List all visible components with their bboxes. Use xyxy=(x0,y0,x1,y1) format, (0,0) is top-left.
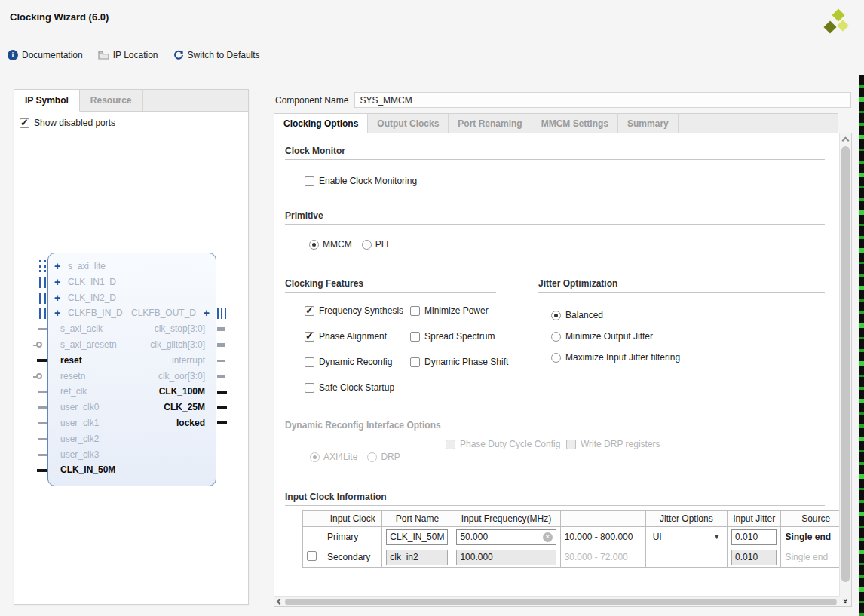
tab-resource[interactable]: Resource xyxy=(80,90,143,111)
primitive-mmcm-radio[interactable] xyxy=(309,240,319,250)
expand-plus-icon[interactable]: + xyxy=(54,274,60,290)
phase-duty-cycle-config-checkbox[interactable] xyxy=(446,440,455,449)
port-row: + CLKFB_IN_D CLKFB_OUT_D + xyxy=(48,305,216,321)
primary-input-jitter-input[interactable]: 0.010 xyxy=(731,529,777,545)
primary-jitter-options-dropdown[interactable]: UI ▼ xyxy=(650,529,723,545)
tab-output-clocks[interactable]: Output Clocks xyxy=(368,114,449,133)
horizontal-scroll-thumb[interactable] xyxy=(285,599,837,605)
port-clk-oor: clk_oor[3:0] xyxy=(158,369,205,385)
tab-mmcm-settings[interactable]: MMCM Settings xyxy=(532,114,618,133)
frequency-synthesis-checkbox[interactable] xyxy=(305,306,314,316)
info-circle-icon: i xyxy=(8,50,18,60)
clear-icon[interactable]: ✕ xyxy=(543,532,553,542)
documentation-link[interactable]: i Documentation xyxy=(8,50,83,60)
spread-spectrum-checkbox[interactable] xyxy=(410,332,420,342)
background-window-sliver xyxy=(859,75,864,616)
port-stub-icon xyxy=(217,375,225,378)
axi4lite-radio[interactable] xyxy=(310,452,320,462)
switch-to-defaults-button[interactable]: Switch to Defaults xyxy=(173,50,260,60)
minimize-power-checkbox[interactable] xyxy=(410,306,420,316)
col-input-jitter: Input Jitter xyxy=(728,511,781,527)
drp-radio[interactable] xyxy=(367,452,377,462)
page-title: Clocking Wizard (6.0) xyxy=(10,11,109,23)
port-clkfb-in-d: CLKFB_IN_D xyxy=(68,305,123,321)
secondary-input-jitter-value: 0.010 xyxy=(735,552,758,562)
port-clk-in2-d: CLK_IN2_D xyxy=(68,290,116,306)
port-stub-icon xyxy=(37,469,47,472)
col-select xyxy=(303,511,323,527)
phase-alignment-label: Phase Alignment xyxy=(319,331,387,342)
expand-plus-icon[interactable]: + xyxy=(54,305,60,321)
secondary-frequency-value: 100.000 xyxy=(460,552,492,562)
port-user-clk2: user_clk2 xyxy=(60,431,99,447)
phase-duty-cycle-config-label: Phase Duty Cycle Config xyxy=(460,439,560,449)
maximize-input-jitter-filtering-radio[interactable] xyxy=(551,353,561,363)
port-stub-icon xyxy=(38,328,47,330)
clocking-features-heading: Clocking Features xyxy=(285,278,363,289)
clk-bus-marker-icon xyxy=(39,293,46,304)
secondary-enable-checkbox[interactable] xyxy=(307,551,317,561)
port-clk-in1-d: CLK_IN1_D xyxy=(68,274,116,290)
vertical-scroll-thumb[interactable] xyxy=(841,146,850,582)
inverted-port-icon xyxy=(36,342,42,348)
port-stub-icon xyxy=(38,391,47,393)
ip-location-link[interactable]: IP Location xyxy=(98,50,158,60)
write-drp-registers-label: Write DRP registers xyxy=(581,439,660,449)
section-divider xyxy=(285,159,825,160)
col-range xyxy=(560,511,645,527)
expand-plus-icon[interactable]: + xyxy=(204,305,210,321)
dynamic-phase-shift-checkbox[interactable] xyxy=(410,357,420,367)
show-disabled-ports-label: Show disabled ports xyxy=(34,118,115,128)
primary-range-cell: 10.000 - 800.000 xyxy=(560,527,645,547)
clk-bus-marker-icon xyxy=(39,308,46,319)
port-stub-icon xyxy=(38,438,47,440)
port-stub-icon xyxy=(38,422,47,424)
primary-port-name-input[interactable]: CLK_IN_50M xyxy=(386,529,448,545)
input-clock-table: Input Clock Port Name Input Frequency(MH… xyxy=(302,510,851,568)
port-clkfb-out-d: CLKFB_OUT_D xyxy=(131,305,196,321)
phase-alignment-checkbox[interactable] xyxy=(305,332,314,342)
vertical-scrollbar[interactable] xyxy=(839,133,851,596)
component-name-input[interactable]: SYS_MMCM xyxy=(354,92,851,108)
horizontal-scrollbar[interactable] xyxy=(274,596,839,606)
primary-frequency-input[interactable]: 50.000 ✕ xyxy=(456,529,556,545)
port-row: + CLK_IN1_D xyxy=(48,274,216,290)
secondary-input-jitter-input: 0.010 xyxy=(731,550,777,565)
minimize-output-jitter-radio[interactable] xyxy=(551,332,561,342)
scroll-left-icon[interactable] xyxy=(277,599,283,605)
primary-select-cell xyxy=(303,527,323,547)
table-row-secondary: Secondary clk_in2 100.000 30.000 - 72.00… xyxy=(303,547,851,568)
primitive-pll-radio[interactable] xyxy=(362,240,372,250)
expand-plus-icon[interactable]: + xyxy=(54,290,60,306)
tab-clocking-options[interactable]: Clocking Options xyxy=(274,114,368,133)
dynamic-reconfig-checkbox[interactable] xyxy=(305,357,314,367)
port-clk-glitch: clk_glitch[3:0] xyxy=(150,337,205,353)
port-stub-icon xyxy=(217,391,227,394)
port-stub-icon xyxy=(217,327,225,331)
port-s-axi-aclk: s_axi_aclk xyxy=(60,321,103,337)
spread-spectrum-label: Spread Spectrum xyxy=(424,331,495,342)
expand-plus-icon[interactable]: + xyxy=(54,259,60,274)
section-divider xyxy=(285,505,825,506)
secondary-port-name-value: clk_in2 xyxy=(390,552,418,562)
balanced-radio[interactable] xyxy=(551,311,561,320)
primary-input-jitter-value: 0.010 xyxy=(735,532,758,542)
show-disabled-ports-checkbox[interactable] xyxy=(20,118,29,128)
section-divider xyxy=(538,292,825,293)
axi-bus-marker-icon xyxy=(39,260,46,272)
port-row: s_axi_aclk clk_stop[3:0] xyxy=(48,321,216,337)
primary-frequency-value: 50.000 xyxy=(460,532,488,542)
safe-clock-startup-checkbox[interactable] xyxy=(305,383,314,393)
enable-clock-monitoring-checkbox[interactable] xyxy=(305,176,314,186)
port-interrupt: interrupt xyxy=(172,353,205,369)
primitive-heading: Primitive xyxy=(285,210,323,221)
tab-summary[interactable]: Summary xyxy=(618,114,679,133)
write-drp-registers-checkbox[interactable] xyxy=(566,440,576,449)
port-row: user_clk3 xyxy=(48,447,216,463)
tab-ip-symbol[interactable]: IP Symbol xyxy=(14,90,80,112)
maximize-input-jitter-filtering-label: Maximize Input Jitter filtering xyxy=(565,352,680,363)
port-stub-icon xyxy=(38,454,47,456)
scroll-up-icon[interactable] xyxy=(842,137,850,145)
tab-port-renaming[interactable]: Port Renaming xyxy=(449,114,532,133)
axi4lite-label: AXI4Lite xyxy=(323,452,357,462)
